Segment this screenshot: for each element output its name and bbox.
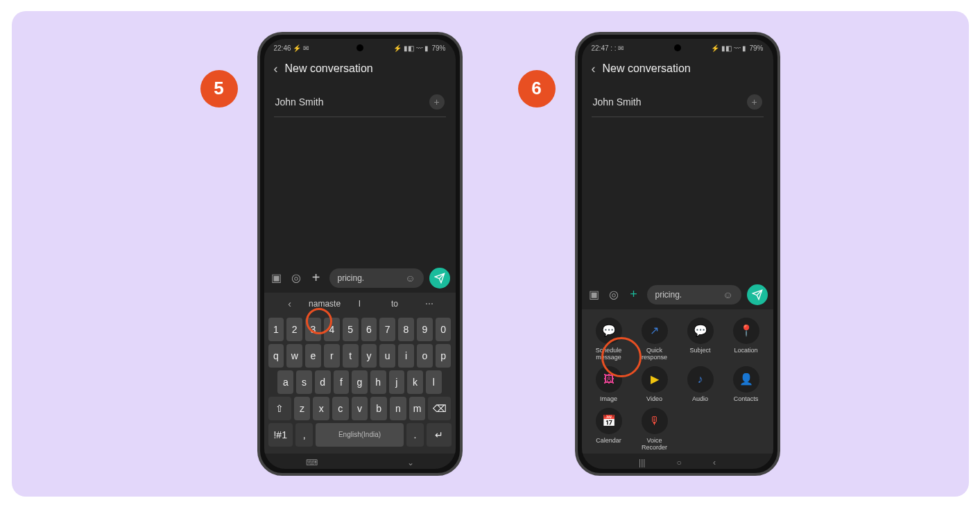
key-l[interactable]: l xyxy=(426,370,442,394)
suggest-3[interactable]: to xyxy=(377,299,412,309)
key-3[interactable]: 3 xyxy=(305,318,321,341)
attach-voice-recorder[interactable]: 🎙 VoiceRecorder xyxy=(632,408,678,451)
gallery-icon[interactable]: ▣ xyxy=(270,271,284,285)
nav-recent-icon[interactable]: ||| xyxy=(639,458,645,467)
send-button[interactable] xyxy=(747,284,768,305)
key-enter[interactable]: ↵ xyxy=(427,423,451,447)
key-q[interactable]: q xyxy=(268,344,284,368)
message-input[interactable]: pricing. ☺ xyxy=(647,285,741,304)
key-z[interactable]: z xyxy=(294,397,311,420)
recipient-name: John Smith xyxy=(275,96,324,108)
key-7[interactable]: 7 xyxy=(379,318,395,341)
key-0[interactable]: 0 xyxy=(436,318,452,341)
emoji-icon[interactable]: ☺ xyxy=(405,273,415,284)
emoji-icon[interactable]: ☺ xyxy=(723,289,732,300)
key-y[interactable]: y xyxy=(361,344,377,368)
key-u[interactable]: u xyxy=(379,344,395,368)
key-8[interactable]: 8 xyxy=(398,318,414,341)
attach-quick-response[interactable]: ↗ Quickresponse xyxy=(632,318,678,361)
key-e[interactable]: e xyxy=(305,344,321,368)
key-w[interactable]: w xyxy=(286,344,302,368)
key-n[interactable]: n xyxy=(390,397,406,420)
key-shift[interactable]: ⇧ xyxy=(268,397,291,420)
camera-icon[interactable]: ◎ xyxy=(607,288,621,302)
keyboard[interactable]: ‹ namaste I to ⋯ 1234567890 qwertyuiop a… xyxy=(264,293,456,454)
key-o[interactable]: o xyxy=(417,344,433,368)
step-5-group: 5 22:46 ⚡ ✉ ⚡ ▮◧ 〰 ▮79% ‹ New conversati… xyxy=(200,32,463,476)
key-h[interactable]: h xyxy=(370,370,386,394)
key-s[interactable]: s xyxy=(296,370,312,394)
input-text: pricing. xyxy=(655,290,682,300)
attach-contacts-icon: 👤 xyxy=(733,366,759,393)
key-d[interactable]: d xyxy=(315,370,331,394)
suggest-1[interactable]: namaste xyxy=(307,299,342,309)
attach-audio[interactable]: ♪ Audio xyxy=(678,366,723,402)
nav-keyboard-icon[interactable]: ⌨ xyxy=(306,458,318,467)
key-space[interactable]: English(India) xyxy=(316,423,404,447)
phone-frame-5: 22:46 ⚡ ✉ ⚡ ▮◧ 〰 ▮79% ‹ New conversation… xyxy=(257,32,463,476)
key-p[interactable]: p xyxy=(436,344,452,368)
attach-location-label: Location xyxy=(734,347,757,354)
attach-quick-response-icon: ↗ xyxy=(642,318,668,344)
nav-back-icon[interactable]: ‹ xyxy=(713,458,716,467)
attach-subject[interactable]: 💬 Subject xyxy=(678,318,723,361)
gallery-icon[interactable]: ▣ xyxy=(587,288,601,302)
status-icons: ⚡ ▮◧ 〰 ▮79% xyxy=(393,44,445,52)
send-button[interactable] xyxy=(429,268,450,289)
attach-image[interactable]: 🖼 Image xyxy=(586,366,632,402)
attach-plus-button[interactable]: + xyxy=(309,270,324,286)
key-t[interactable]: t xyxy=(343,344,359,368)
message-input[interactable]: pricing. ☺ xyxy=(329,268,424,288)
camera-notch xyxy=(674,44,681,51)
suggest-back-icon[interactable]: ‹ xyxy=(273,298,307,309)
key-m[interactable]: m xyxy=(409,397,426,420)
key-backspace[interactable]: ⌫ xyxy=(428,397,451,420)
add-recipient-icon[interactable]: + xyxy=(429,94,445,110)
back-icon[interactable]: ‹ xyxy=(592,62,596,76)
attach-calendar[interactable]: 📅 Calendar xyxy=(586,408,632,451)
key-comma[interactable]: , xyxy=(295,423,313,447)
key-symbols[interactable]: !#1 xyxy=(268,423,293,447)
input-row: ▣ ◎ + pricing. ☺ xyxy=(264,264,456,293)
add-recipient-icon[interactable]: + xyxy=(747,94,762,110)
attach-contacts[interactable]: 👤 Contacts xyxy=(723,366,769,402)
screen-5: 22:46 ⚡ ✉ ⚡ ▮◧ 〰 ▮79% ‹ New conversation… xyxy=(264,39,456,469)
key-g[interactable]: g xyxy=(352,370,368,394)
key-j[interactable]: j xyxy=(389,370,405,394)
key-6[interactable]: 6 xyxy=(361,318,377,341)
attach-video[interactable]: ▶ Video xyxy=(632,366,678,402)
key-2[interactable]: 2 xyxy=(286,318,302,341)
key-4[interactable]: 4 xyxy=(324,318,340,341)
key-r[interactable]: r xyxy=(324,344,340,368)
app-header: ‹ New conversation xyxy=(582,55,773,83)
suggest-2[interactable]: I xyxy=(342,299,377,309)
key-period[interactable]: . xyxy=(406,423,424,447)
key-b[interactable]: b xyxy=(370,397,387,420)
back-icon[interactable]: ‹ xyxy=(274,62,278,76)
recipient-field[interactable]: John Smith + xyxy=(274,89,446,117)
camera-icon[interactable]: ◎ xyxy=(289,271,303,285)
key-a[interactable]: a xyxy=(277,370,293,394)
attach-location[interactable]: 📍 Location xyxy=(723,318,769,361)
key-5[interactable]: 5 xyxy=(343,318,359,341)
attach-plus-button[interactable]: + xyxy=(626,287,642,302)
attach-image-icon: 🖼 xyxy=(596,366,622,393)
nav-dropdown-icon[interactable]: ⌄ xyxy=(407,458,414,467)
key-c[interactable]: c xyxy=(332,397,349,420)
key-f[interactable]: f xyxy=(334,370,350,394)
page-title: New conversation xyxy=(603,62,691,75)
key-x[interactable]: x xyxy=(313,397,329,420)
suggest-more-icon[interactable]: ⋯ xyxy=(412,299,447,309)
status-icons: ⚡ ▮◧ 〰 ▮79% xyxy=(711,44,763,52)
key-9[interactable]: 9 xyxy=(417,318,433,341)
nav-home-icon[interactable]: ○ xyxy=(677,458,682,467)
key-k[interactable]: k xyxy=(407,370,423,394)
attach-schedule-message[interactable]: 💬 Schedulemessage xyxy=(586,318,632,361)
recipient-field[interactable]: John Smith + xyxy=(592,89,764,117)
key-v[interactable]: v xyxy=(352,397,368,420)
key-i[interactable]: i xyxy=(398,344,414,368)
attach-contacts-label: Contacts xyxy=(734,395,759,402)
key-1[interactable]: 1 xyxy=(268,318,284,341)
input-text: pricing. xyxy=(338,273,365,283)
attach-video-icon: ▶ xyxy=(642,366,668,393)
